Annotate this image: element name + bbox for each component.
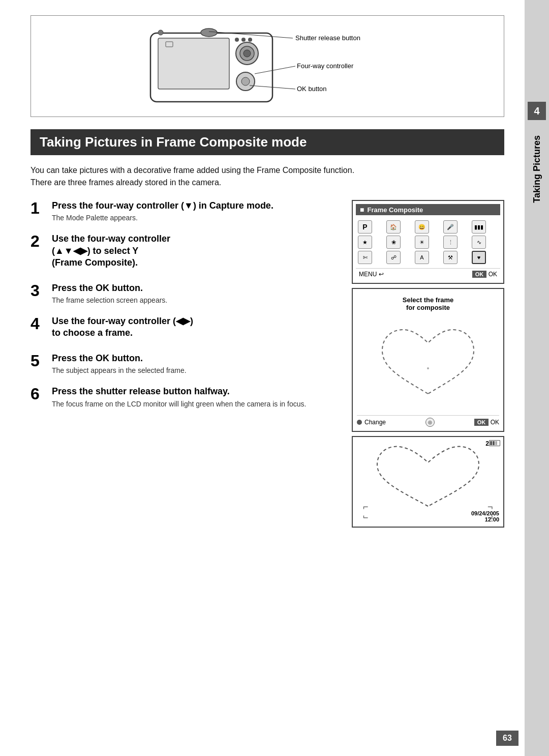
step-title-2: Use the four-way controller(▲▼◀▶) to sel… bbox=[52, 233, 170, 269]
svg-point-19 bbox=[427, 367, 429, 369]
svg-line-15 bbox=[255, 66, 295, 74]
mode-icon-scene: 🏠 bbox=[386, 220, 401, 234]
content-columns: 1 Press the four-way controller (▼) in C… bbox=[30, 200, 504, 528]
svg-rect-1 bbox=[158, 38, 229, 89]
mode-icon-flower: ❀ bbox=[386, 236, 401, 249]
mode-icon-scissors: ✄ bbox=[358, 251, 372, 264]
step-title-3: Press the OK button. bbox=[52, 282, 167, 294]
screen-header-text: Frame Composite bbox=[367, 206, 423, 214]
frame-select-screen: Select the frame for composite bbox=[352, 288, 504, 432]
select-frame-text-line1: Select the frame for composite bbox=[357, 296, 499, 311]
menu-label: MENU ↩ bbox=[359, 271, 384, 278]
side-tab-number: 4 bbox=[528, 102, 546, 120]
step-6: 6 Press the shutter release button halfw… bbox=[30, 386, 342, 408]
mode-icon-text: A bbox=[415, 251, 429, 264]
mode-icon-tools: ⚒ bbox=[443, 251, 458, 264]
screen-bottom-bar-2: Change ◎ OK OK bbox=[357, 415, 499, 427]
step-content-2: Use the four-way controller(▲▼◀▶) to sel… bbox=[52, 233, 170, 271]
svg-text:OK button: OK button bbox=[297, 85, 327, 93]
intro-text: You can take pictures with a decorative … bbox=[30, 164, 356, 189]
step-1: 1 Press the four-way controller (▼) in C… bbox=[30, 200, 342, 222]
svg-point-5 bbox=[243, 50, 251, 57]
step-note-5: The subject appears in the selected fram… bbox=[52, 366, 187, 374]
side-tab-label: Taking Pictures bbox=[527, 125, 547, 213]
step-title-5: Press the OK button. bbox=[52, 353, 187, 364]
step-number-1: 1 bbox=[30, 200, 46, 216]
step-3: 3 Press the OK button. The frame selecti… bbox=[30, 282, 342, 304]
frame-number: 2 bbox=[485, 440, 489, 447]
composite-heart-svg bbox=[364, 440, 492, 516]
nav-circle-2: ◎ bbox=[425, 418, 435, 427]
step-content-5: Press the OK button. The subject appears… bbox=[52, 353, 187, 374]
main-content: Shutter release button Four-way controll… bbox=[0, 0, 525, 756]
mode-grid: P 🏠 😀 🎤 ▮▮▮ ★ ❀ ☀ ⋮ ∿ ✄ ☍ A bbox=[356, 218, 500, 266]
step-note-3: The frame selection screen appears. bbox=[52, 296, 167, 304]
step-content-4: Use the four-way controller (◀▶)to choos… bbox=[52, 315, 193, 341]
mode-icon-face: 😀 bbox=[415, 220, 429, 234]
step-number-3: 3 bbox=[30, 282, 46, 299]
section-heading: Taking Pictures in Frame Composite mode bbox=[30, 129, 504, 155]
ok-label-2: OK OK bbox=[474, 419, 499, 426]
step-title-1: Press the four-way controller (▼) in Cap… bbox=[52, 200, 273, 212]
mode-icon-grid: ⋮ bbox=[443, 236, 458, 249]
mode-icon-star: ★ bbox=[358, 236, 372, 249]
step-2: 2 Use the four-way controller(▲▼◀▶) to s… bbox=[30, 233, 342, 271]
page: Shutter release button Four-way controll… bbox=[0, 0, 549, 756]
time-text: 12:00 bbox=[471, 516, 499, 522]
svg-point-12 bbox=[158, 30, 163, 35]
step-number-5: 5 bbox=[30, 353, 46, 369]
step-content-3: Press the OK button. The frame selection… bbox=[52, 282, 167, 304]
mode-icon-sun: ☀ bbox=[415, 236, 429, 249]
screen-header: ■ Frame Composite bbox=[356, 204, 500, 215]
svg-point-6 bbox=[235, 38, 239, 42]
camera-drawing: Shutter release button Four-way controll… bbox=[120, 25, 415, 107]
step-4: 4 Use the four-way controller (◀▶)to cho… bbox=[30, 315, 342, 341]
step-note-6: The focus frame on the LCD monitor will … bbox=[52, 400, 306, 408]
side-tab: 4 Taking Pictures bbox=[525, 0, 549, 756]
section-heading-text: Taking Pictures in Frame Composite mode bbox=[40, 134, 307, 150]
heart-frame-svg bbox=[372, 317, 484, 409]
date-text: 09/24/2005 bbox=[471, 510, 499, 516]
ok-label-1: OK OK bbox=[472, 271, 497, 278]
step-number-2: 2 bbox=[30, 233, 46, 249]
corner-marker-bl: ⌐ bbox=[363, 513, 369, 522]
right-column: ■ Frame Composite P 🏠 😀 🎤 ▮▮▮ ★ ❀ bbox=[352, 200, 504, 528]
step-note-1: The Mode Palette appears. bbox=[52, 214, 273, 222]
step-number-4: 4 bbox=[30, 315, 46, 332]
svg-text:Shutter release button: Shutter release button bbox=[295, 34, 360, 42]
camera-svg: Shutter release button Four-way controll… bbox=[120, 25, 415, 107]
change-button: Change bbox=[357, 419, 386, 426]
left-column: 1 Press the four-way controller (▼) in C… bbox=[30, 200, 342, 528]
step-content-6: Press the shutter release button halfway… bbox=[52, 386, 306, 408]
mode-icon-zoom: ☍ bbox=[386, 251, 401, 264]
heart-frame-container bbox=[357, 313, 499, 413]
svg-point-11 bbox=[201, 28, 217, 37]
corner-marker-tl: ⌐ bbox=[363, 502, 369, 511]
svg-point-7 bbox=[241, 38, 246, 42]
date-display: 09/24/2005 12:00 bbox=[471, 510, 499, 522]
svg-point-10 bbox=[241, 77, 250, 85]
svg-text:Four-way controller: Four-way controller bbox=[297, 62, 354, 70]
mode-icon-voice: 🎤 bbox=[443, 220, 458, 234]
mode-palette-screen: ■ Frame Composite P 🏠 😀 🎤 ▮▮▮ ★ ❀ bbox=[352, 200, 504, 284]
mode-icon-p: P bbox=[358, 220, 372, 234]
battery-icon bbox=[489, 440, 500, 446]
mode-icon-bars: ▮▮▮ bbox=[472, 220, 486, 234]
mode-icon-wavy: ∿ bbox=[472, 236, 486, 249]
composite-heart-container bbox=[356, 440, 500, 516]
step-title-6: Press the shutter release button halfway… bbox=[52, 386, 306, 397]
step-title-4: Use the four-way controller (◀▶)to choos… bbox=[52, 315, 193, 339]
step-5: 5 Press the OK button. The subject appea… bbox=[30, 353, 342, 374]
step-content-1: Press the four-way controller (▼) in Cap… bbox=[52, 200, 273, 222]
screen-footer: MENU ↩ OK OK bbox=[356, 268, 500, 280]
page-number: 63 bbox=[496, 731, 518, 746]
step-number-6: 6 bbox=[30, 386, 46, 402]
composite-screen: 2 ⌐ ⌐ ⌐ ⌐ bbox=[352, 436, 504, 528]
mode-icon-frame-composite: ♥ bbox=[472, 251, 486, 264]
svg-point-8 bbox=[248, 38, 252, 42]
camera-diagram: Shutter release button Four-way controll… bbox=[30, 15, 504, 117]
